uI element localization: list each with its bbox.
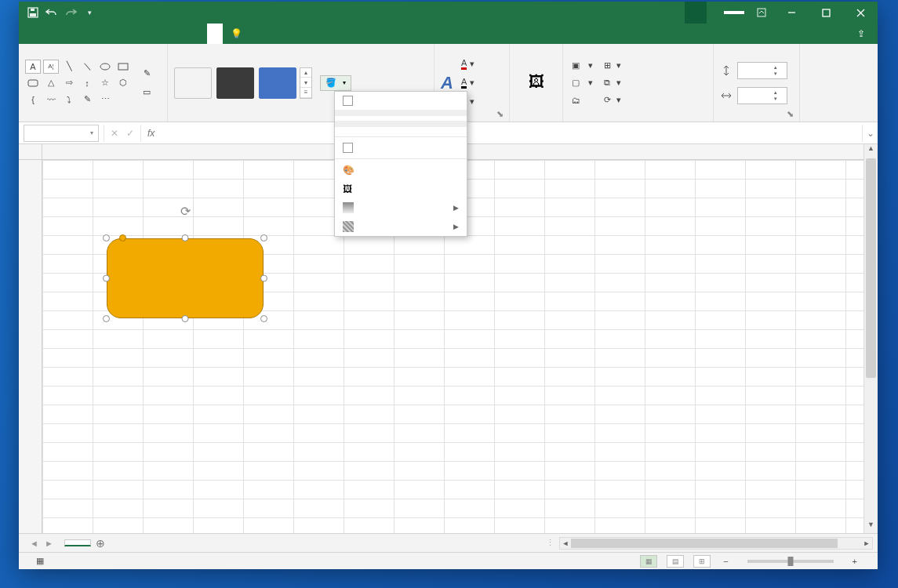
resize-handle[interactable] bbox=[260, 315, 267, 322]
sheet-tab-1[interactable] bbox=[64, 539, 91, 546]
textbox-button[interactable]: ▭ bbox=[140, 85, 153, 100]
resize-handle[interactable] bbox=[103, 234, 110, 241]
shape-height-input[interactable]: ▴▾ bbox=[737, 62, 787, 79]
resize-handle[interactable] bbox=[182, 234, 189, 241]
tab-help[interactable] bbox=[160, 24, 176, 44]
macro-record-icon[interactable]: ▦ bbox=[36, 556, 44, 566]
texture-fill-item[interactable]: ▶ bbox=[335, 217, 467, 236]
fx-label-icon[interactable]: fx bbox=[141, 128, 161, 139]
tab-team[interactable] bbox=[191, 24, 207, 44]
shape-curve-icon[interactable]: 〰 bbox=[43, 93, 59, 107]
tellme-search[interactable]: 💡 bbox=[223, 24, 848, 44]
zoom-out-button[interactable]: − bbox=[720, 557, 731, 566]
shape-freeform-icon[interactable]: ✎ bbox=[79, 93, 95, 107]
no-fill-item[interactable] bbox=[335, 139, 467, 157]
shape-textbox-icon[interactable]: A bbox=[25, 60, 41, 74]
tab-home[interactable] bbox=[35, 24, 50, 44]
signin-button[interactable] bbox=[724, 11, 744, 14]
cancel-formula-icon[interactable]: ✕ bbox=[111, 128, 118, 139]
scrollbar-thumb[interactable] bbox=[571, 539, 838, 548]
pagebreak-view-button[interactable]: ⊞ bbox=[693, 555, 711, 568]
tab-acrobat[interactable] bbox=[176, 24, 191, 44]
scrollbar-thumb[interactable] bbox=[866, 158, 876, 378]
select-all-triangle[interactable] bbox=[19, 144, 42, 160]
normal-view-button[interactable]: ▦ bbox=[640, 555, 657, 568]
tab-pagelayout[interactable] bbox=[66, 24, 82, 44]
style-thumb-3[interactable] bbox=[259, 67, 296, 99]
tab-insert[interactable] bbox=[50, 24, 66, 44]
shape-brace-icon[interactable]: { bbox=[25, 93, 41, 107]
picture-fill-item[interactable]: 🖼 bbox=[335, 180, 467, 198]
sheet-nav-prev-icon[interactable]: ◄ bbox=[30, 539, 38, 548]
shape-rect-icon[interactable] bbox=[115, 60, 131, 74]
wordart-gallery[interactable]: A bbox=[441, 73, 453, 93]
shape-line2-icon[interactable]: ＼ bbox=[79, 60, 95, 74]
undo-icon[interactable] bbox=[45, 6, 58, 19]
shape-line-icon[interactable]: ╲ bbox=[61, 60, 77, 74]
shape-connector-icon[interactable]: ⤵ bbox=[61, 93, 77, 107]
align-button[interactable]: ⊞▾ bbox=[601, 58, 621, 74]
minimize-button[interactable] bbox=[774, 2, 809, 24]
zoom-slider-knob[interactable] bbox=[787, 557, 793, 566]
scroll-right-icon[interactable]: ► bbox=[861, 538, 872, 549]
tab-formulas[interactable] bbox=[82, 24, 97, 44]
alttext-icon[interactable]: 🖼 bbox=[529, 73, 544, 91]
shape-roundrect-icon[interactable] bbox=[25, 76, 41, 90]
style-thumb-2[interactable] bbox=[216, 67, 254, 99]
zoom-in-button[interactable]: + bbox=[849, 557, 860, 566]
name-box[interactable]: ▾ bbox=[24, 125, 99, 142]
tab-format[interactable] bbox=[207, 24, 223, 44]
vertical-scrollbar[interactable]: ▲ ▼ bbox=[863, 144, 878, 533]
save-icon[interactable] bbox=[27, 6, 39, 19]
fill-auto-item[interactable] bbox=[335, 92, 467, 110]
formula-input[interactable] bbox=[161, 125, 862, 142]
style-gallery-more[interactable]: ▴▾≡ bbox=[300, 67, 312, 99]
resize-handle[interactable] bbox=[103, 315, 110, 322]
maximize-button[interactable] bbox=[809, 2, 843, 24]
adjustment-handle[interactable] bbox=[119, 234, 126, 241]
enter-formula-icon[interactable]: ✓ bbox=[126, 128, 134, 139]
tab-review[interactable] bbox=[113, 24, 129, 44]
bring-forward-button[interactable]: ▣ ▾ bbox=[569, 58, 593, 74]
rotate-handle-icon[interactable]: ⟳ bbox=[180, 204, 191, 219]
selection-pane-button[interactable]: 🗂 bbox=[569, 93, 593, 108]
shape-hex-icon[interactable]: ⬡ bbox=[115, 76, 131, 90]
shape-textbox2-icon[interactable]: A¦ bbox=[43, 60, 59, 74]
redo-icon[interactable] bbox=[64, 6, 77, 19]
pagelayout-view-button[interactable]: ▤ bbox=[667, 555, 684, 568]
new-sheet-button[interactable]: ⊕ bbox=[91, 537, 110, 550]
shapes-gallery[interactable]: A A¦ ╲ ＼ △ ⇨ ↕ ☆ ⬡ { 〰 ⤵ ✎ ⋯ bbox=[25, 60, 131, 107]
shape-arrow2-icon[interactable]: ↕ bbox=[79, 76, 95, 90]
tab-view[interactable] bbox=[129, 24, 144, 44]
dialog-launcher-icon[interactable]: ⬊ bbox=[785, 109, 794, 118]
expand-formula-bar-icon[interactable]: ⌄ bbox=[862, 125, 878, 142]
close-button[interactable] bbox=[843, 2, 878, 24]
send-backward-button[interactable]: ▢ ▾ bbox=[569, 75, 593, 91]
resize-handle[interactable] bbox=[260, 275, 267, 282]
qat-customize-icon[interactable]: ▾ bbox=[83, 6, 96, 19]
shape-oval-icon[interactable] bbox=[97, 60, 113, 74]
share-button[interactable]: ⇪ bbox=[848, 24, 878, 44]
shape-fill-button[interactable]: 🪣 ▾ bbox=[320, 75, 351, 91]
text-outline-button[interactable]: A▾ bbox=[461, 75, 474, 91]
scroll-left-icon[interactable]: ◄ bbox=[560, 538, 571, 549]
shape-star-icon[interactable]: ☆ bbox=[97, 76, 113, 90]
resize-handle[interactable] bbox=[103, 275, 110, 282]
shape-more-icon[interactable]: ⋯ bbox=[97, 93, 113, 107]
horizontal-scrollbar[interactable]: ◄ ► bbox=[559, 537, 873, 550]
group-button[interactable]: ⧉▾ bbox=[601, 75, 621, 91]
resize-handle[interactable] bbox=[182, 315, 189, 322]
shape-triangle-icon[interactable]: △ bbox=[43, 76, 59, 90]
gradient-fill-item[interactable]: ▶ bbox=[335, 198, 467, 217]
dialog-launcher-icon[interactable]: ⬊ bbox=[495, 109, 504, 118]
edit-shape-button[interactable]: ✎ bbox=[140, 66, 153, 82]
ribbon-display-options-icon[interactable] bbox=[755, 6, 768, 19]
tab-split-handle[interactable]: ⋮ bbox=[541, 538, 559, 548]
text-fill-button[interactable]: A▾ bbox=[461, 56, 474, 72]
scroll-up-icon[interactable]: ▲ bbox=[864, 144, 878, 157]
shape-arrow-icon[interactable]: ⇨ bbox=[61, 76, 77, 90]
shape-width-input[interactable]: ▴▾ bbox=[737, 87, 787, 104]
sheet-nav-next-icon[interactable]: ► bbox=[45, 539, 53, 548]
rotate-button[interactable]: ⟳▾ bbox=[601, 93, 621, 108]
zoom-slider[interactable] bbox=[747, 560, 834, 563]
